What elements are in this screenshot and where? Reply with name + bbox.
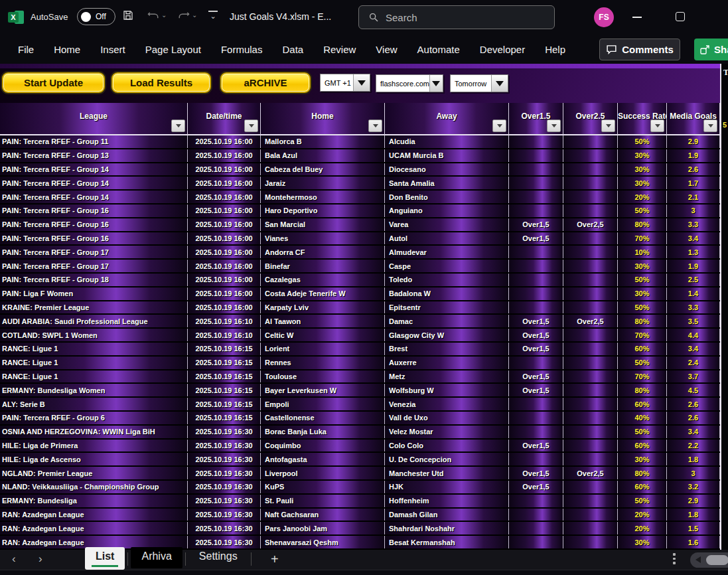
cell-over1-5[interactable]	[509, 246, 563, 258]
quick-access-toolbar-button[interactable]: ⌄	[208, 11, 218, 19]
scrollbar-thumb[interactable]	[706, 555, 728, 565]
cell-over1-5[interactable]	[509, 301, 563, 314]
filter-button[interactable]	[492, 120, 506, 132]
cell-media-goals[interactable]: 3.5	[667, 315, 720, 327]
cell-over2-5[interactable]	[563, 495, 618, 507]
cell-date-time[interactable]: 2025.10.19 16:15	[188, 412, 261, 424]
cell-media-goals[interactable]: 3	[667, 205, 720, 217]
cell-home[interactable]: Andorra CF	[261, 246, 385, 258]
source-dropdown[interactable]: flashscore.com	[376, 74, 443, 92]
cell-away[interactable]: Autol	[385, 232, 509, 245]
cell-media-goals[interactable]: 4.4	[667, 329, 720, 341]
cell-date-time[interactable]: 2025.10.19 16:00	[188, 135, 261, 148]
cell-league[interactable]: PAIN: Tercera RFEF - Group 17	[0, 246, 188, 258]
cell-home[interactable]: St. Pauli	[261, 495, 385, 507]
cell-league[interactable]: PAIN: Tercera RFEF - Group 18	[0, 274, 188, 286]
cell-over1-5[interactable]	[509, 536, 563, 548]
ribbon-tab-file[interactable]: File	[8, 39, 44, 60]
cell-date-time[interactable]: 2025.10.19 16:00	[188, 274, 261, 286]
cell-success-rate[interactable]: 60%	[618, 398, 667, 410]
cell-away[interactable]: HJK	[385, 481, 509, 493]
cell-away[interactable]: Velez Mostar	[385, 426, 509, 438]
cell-away[interactable]: Don Benito	[385, 191, 509, 203]
cell-over1-5[interactable]: Over1,5	[509, 343, 563, 355]
redo-button[interactable]: ⌄	[178, 9, 197, 20]
cell-media-goals[interactable]: 2.6	[667, 163, 720, 176]
cell-home[interactable]: Naft Gachsaran	[261, 509, 385, 521]
cell-date-time[interactable]: 2025.10.19 16:10	[188, 329, 261, 341]
cell-home[interactable]: Mallorca B	[261, 135, 385, 148]
cell-over1-5[interactable]	[509, 509, 563, 521]
cell-home[interactable]: Cazalegas	[261, 274, 385, 286]
cell-league[interactable]: PAIN: Tercera RFEF - Group 17	[0, 260, 188, 272]
cell-date-time[interactable]: 2025.10.19 16:30	[188, 522, 261, 534]
undo-button[interactable]: ⌄	[147, 9, 167, 20]
cell-date-time[interactable]: 2025.10.19 16:15	[188, 357, 261, 369]
cell-success-rate[interactable]: 50%	[618, 495, 667, 507]
cell-league[interactable]: PAIN: Tercera RFEF - Group 11	[0, 135, 188, 148]
cell-over1-5[interactable]	[509, 426, 563, 438]
cell-away[interactable]: Badalona W	[385, 288, 509, 300]
cell-away[interactable]: Alcudia	[385, 135, 509, 148]
cell-media-goals[interactable]: 3.3	[667, 218, 720, 231]
sheet-nav-right-icon[interactable]: ›	[38, 552, 42, 566]
cell-over1-5[interactable]	[509, 453, 563, 465]
cell-league[interactable]: ERMANY: Bundesliga Women	[0, 384, 188, 396]
cell-success-rate[interactable]: 20%	[618, 191, 667, 203]
sheet-nav-left-icon[interactable]: ‹	[12, 552, 16, 566]
cell-media-goals[interactable]: 3.3	[667, 301, 720, 314]
cell-over1-5[interactable]: Over1,5	[509, 218, 563, 231]
cell-over2-5[interactable]	[563, 440, 618, 452]
cell-over1-5[interactable]: Over1,5	[509, 315, 563, 327]
cell-media-goals[interactable]: 3.2	[667, 481, 720, 493]
ribbon-tab-developer[interactable]: Developer	[470, 39, 535, 60]
cell-media-goals[interactable]: 1.6	[667, 536, 720, 548]
header-cell-home[interactable]: Home	[261, 103, 385, 135]
cell-over1-5[interactable]: Over1,5	[509, 329, 563, 341]
cell-media-goals[interactable]: 1.7	[667, 177, 720, 189]
save-button[interactable]	[122, 9, 134, 21]
cell-away[interactable]: Caspe	[385, 260, 509, 272]
cell-over1-5[interactable]	[509, 522, 563, 534]
header-cell-league[interactable]: League	[0, 103, 188, 135]
cell-home[interactable]: KuPS	[261, 481, 385, 493]
cell-media-goals[interactable]: 1.8	[667, 453, 720, 465]
ribbon-tab-insert[interactable]: Insert	[90, 39, 135, 60]
cell-media-goals[interactable]: 3	[667, 467, 720, 479]
cell-success-rate[interactable]: 10%	[618, 246, 667, 258]
cell-media-goals[interactable]: 1.4	[667, 288, 720, 300]
cell-date-time[interactable]: 2025.10.19 16:00	[188, 288, 261, 300]
cell-league[interactable]: PAIN: Tercera RFEF - Group 16	[0, 218, 188, 231]
cell-date-time[interactable]: 2025.10.19 16:15	[188, 370, 261, 383]
source-dropdown-button[interactable]	[429, 75, 443, 92]
sheet-tab-settings[interactable]: Settings	[188, 547, 248, 568]
filter-button[interactable]	[650, 120, 664, 132]
ribbon-tab-page-layout[interactable]: Page Layout	[135, 39, 211, 60]
cell-over1-5[interactable]: Over1,5	[509, 384, 563, 396]
cell-over1-5[interactable]	[509, 163, 563, 176]
cell-over2-5[interactable]	[563, 536, 618, 548]
cell-date-time[interactable]: 2025.10.19 16:30	[188, 495, 261, 507]
cell-league[interactable]: OSNIA AND HERZEGOVINA: WWIN Liga BiH	[0, 426, 188, 438]
cell-date-time[interactable]: 2025.10.19 16:10	[188, 315, 261, 327]
cell-over1-5[interactable]	[509, 274, 563, 286]
cell-home[interactable]: Coquimbo	[261, 440, 385, 452]
cell-league[interactable]: PAIN: Tercera RFEF - Group 14	[0, 177, 188, 189]
cell-success-rate[interactable]: 60%	[618, 481, 667, 493]
cell-success-rate[interactable]: 80%	[618, 315, 667, 327]
filter-button[interactable]	[171, 120, 185, 132]
cell-home[interactable]: Cabeza del Buey	[261, 163, 385, 176]
cell-over2-5[interactable]	[563, 398, 618, 410]
redo-dropdown-chevron-icon[interactable]: ⌄	[192, 11, 197, 19]
cell-home[interactable]: Vianes	[261, 232, 385, 245]
cell-date-time[interactable]: 2025.10.19 16:15	[188, 398, 261, 410]
cell-away[interactable]: Epitsentr	[385, 301, 509, 314]
cell-date-time[interactable]: 2025.10.19 16:00	[188, 218, 261, 231]
archive-button[interactable]: aRCHIVE	[220, 72, 311, 93]
cell-over1-5[interactable]: Over1,5	[509, 481, 563, 493]
cell-away[interactable]: Almudevar	[385, 246, 509, 258]
cell-over1-5[interactable]: Over1,5	[509, 232, 563, 245]
cell-success-rate[interactable]: 50%	[618, 135, 667, 148]
cell-over2-5[interactable]	[563, 343, 618, 355]
cell-over2-5[interactable]	[563, 370, 618, 383]
